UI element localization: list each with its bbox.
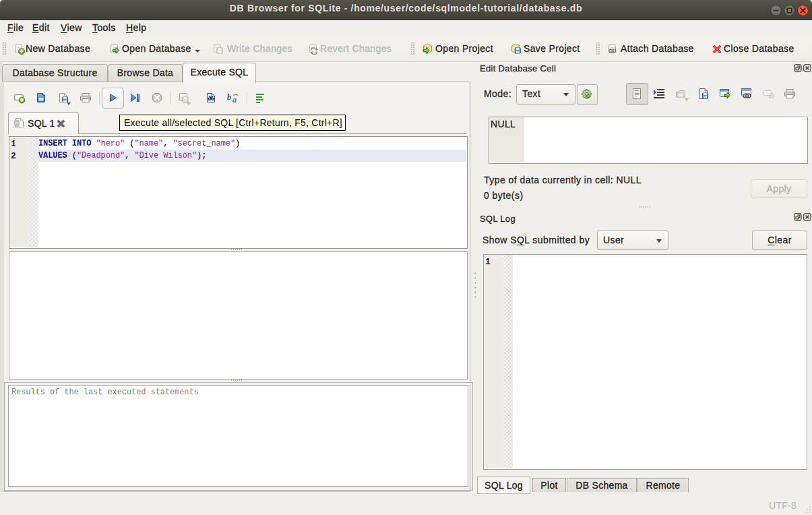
svg-text:a: a [232,95,237,104]
svg-text:b: b [227,92,231,102]
